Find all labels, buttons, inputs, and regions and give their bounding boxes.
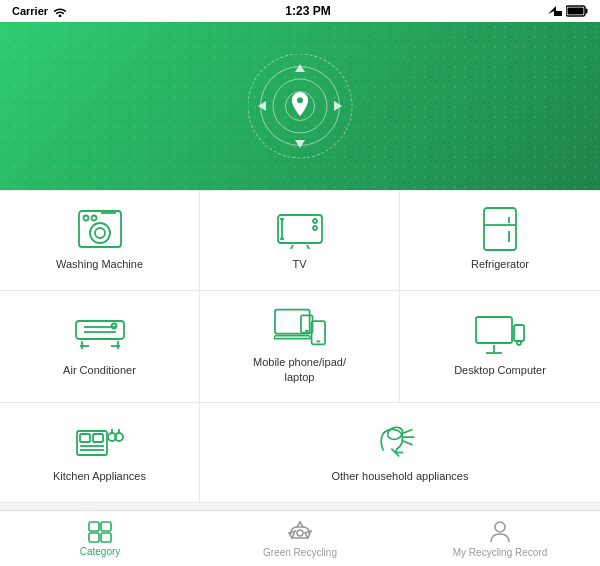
recycling-record-nav-label: My Recycling Record bbox=[453, 547, 547, 558]
battery-icon bbox=[566, 5, 588, 17]
svg-point-65 bbox=[495, 522, 505, 532]
green-recycling-nav-label: Green Recycling bbox=[263, 547, 337, 558]
svg-rect-40 bbox=[476, 317, 512, 343]
desktop-label: Desktop Computer bbox=[454, 363, 546, 378]
desktop-icon bbox=[474, 315, 526, 355]
refrigerator-label: Refrigerator bbox=[471, 257, 529, 272]
svg-rect-23 bbox=[76, 321, 124, 339]
other-label: Other household appliances bbox=[332, 469, 469, 484]
grid-item-desktop[interactable]: Desktop Computer bbox=[400, 291, 600, 403]
svg-rect-46 bbox=[80, 434, 90, 442]
radar-arrow-right bbox=[334, 101, 342, 111]
grid-item-mobile[interactable]: Mobile phone/ipad/laptop bbox=[200, 291, 400, 403]
grid-item-kitchen[interactable]: Kitchen Appliances bbox=[0, 403, 200, 503]
svg-point-7 bbox=[83, 215, 88, 220]
radar-arrow-left bbox=[258, 101, 266, 111]
svg-rect-2 bbox=[586, 9, 588, 14]
svg-rect-31 bbox=[274, 310, 309, 334]
status-carrier: Carrier bbox=[12, 5, 68, 17]
status-bar: Carrier 1:23 PM bbox=[0, 0, 600, 22]
svg-rect-19 bbox=[484, 208, 516, 250]
svg-rect-61 bbox=[89, 533, 99, 542]
category-grid-section: Washing Machine TV bbox=[0, 190, 600, 503]
svg-point-5 bbox=[90, 223, 110, 243]
wifi-icon bbox=[52, 5, 68, 17]
svg-point-15 bbox=[313, 226, 317, 230]
tv-label: TV bbox=[292, 257, 306, 272]
grid-item-refrigerator[interactable]: Refrigerator bbox=[400, 191, 600, 291]
air-conditioner-icon bbox=[74, 315, 126, 355]
svg-point-30 bbox=[111, 323, 116, 328]
svg-point-8 bbox=[91, 215, 96, 220]
svg-line-57 bbox=[403, 441, 413, 445]
category-grid: Washing Machine TV bbox=[0, 190, 600, 503]
recycling-record-nav-icon bbox=[489, 520, 511, 544]
svg-point-14 bbox=[313, 219, 317, 223]
grid-item-other[interactable]: Other household appliances bbox=[200, 403, 600, 503]
nav-item-green-recycling[interactable]: Green Recycling bbox=[200, 520, 400, 558]
refrigerator-icon bbox=[474, 209, 526, 249]
location-pin-icon bbox=[289, 92, 311, 120]
svg-rect-63 bbox=[101, 533, 111, 542]
tv-icon bbox=[274, 209, 326, 249]
svg-point-6 bbox=[95, 228, 105, 238]
svg-line-11 bbox=[290, 245, 293, 249]
air-conditioner-label: Air Conditioner bbox=[63, 363, 136, 378]
bottom-nav: Category Green Recycling My Recycling Re… bbox=[0, 510, 600, 566]
radar-graphic bbox=[250, 56, 350, 156]
nav-item-recycling-record[interactable]: My Recycling Record bbox=[400, 520, 600, 558]
status-time: 1:23 PM bbox=[285, 4, 330, 18]
grid-item-air-conditioner[interactable]: Air Conditioner bbox=[0, 291, 200, 403]
mobile-label: Mobile phone/ipad/laptop bbox=[253, 355, 346, 386]
mobile-icon bbox=[274, 307, 326, 347]
svg-line-12 bbox=[307, 245, 310, 249]
grid-item-washing-machine[interactable]: Washing Machine bbox=[0, 191, 200, 291]
nav-item-category[interactable]: Category bbox=[0, 521, 200, 557]
svg-line-55 bbox=[403, 429, 413, 433]
category-nav-icon bbox=[88, 521, 112, 543]
other-icon bbox=[374, 421, 426, 461]
category-nav-label: Category bbox=[80, 546, 121, 557]
svg-rect-43 bbox=[514, 325, 524, 341]
svg-rect-47 bbox=[93, 434, 103, 442]
radar-arrow-bottom bbox=[295, 140, 305, 148]
svg-rect-62 bbox=[101, 522, 111, 531]
washing-machine-icon bbox=[74, 209, 126, 249]
radar-arrow-top bbox=[295, 64, 305, 72]
svg-rect-60 bbox=[89, 522, 99, 531]
kitchen-icon bbox=[74, 421, 126, 461]
svg-point-64 bbox=[297, 530, 303, 536]
svg-marker-0 bbox=[548, 6, 562, 16]
svg-point-44 bbox=[517, 341, 521, 345]
kitchen-label: Kitchen Appliances bbox=[53, 469, 146, 484]
svg-rect-3 bbox=[568, 8, 584, 15]
arrow-up-right-icon bbox=[548, 6, 562, 16]
hero-banner bbox=[0, 22, 600, 190]
washing-machine-label: Washing Machine bbox=[56, 257, 143, 272]
green-recycling-nav-icon bbox=[288, 520, 312, 544]
status-battery bbox=[548, 5, 588, 17]
grid-item-tv[interactable]: TV bbox=[200, 191, 400, 291]
